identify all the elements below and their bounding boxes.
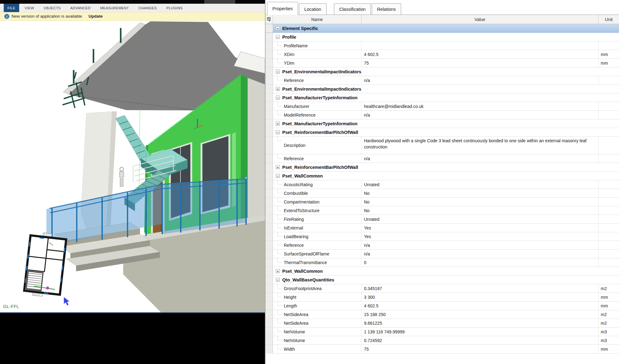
property-value-cell[interactable]: 75 — [361, 345, 599, 353]
row-selector[interactable] — [266, 154, 273, 163]
row-selector[interactable] — [266, 102, 273, 110]
property-row[interactable]: NetSideArea15 188 250m2 — [266, 310, 619, 319]
property-row[interactable]: DescriptionHardwood plywood with a singl… — [266, 137, 619, 154]
collapse-icon[interactable]: − — [276, 96, 280, 100]
row-selector[interactable] — [266, 59, 273, 67]
row-selector[interactable] — [266, 276, 273, 284]
3d-viewport[interactable]: GL-FFL — [0, 21, 265, 312]
group-row[interactable]: +Pset_EnvironmentalImpactIndicators — [266, 85, 619, 93]
property-row[interactable]: Referencen/a — [266, 76, 619, 85]
property-row[interactable]: SurfaceSpreadOfFlamen/a — [266, 250, 619, 258]
property-row[interactable]: XDim4 602.5mm — [266, 50, 619, 59]
row-selector[interactable] — [266, 50, 273, 58]
expand-icon[interactable]: + — [276, 269, 280, 273]
property-value-cell[interactable]: Yes — [361, 232, 599, 241]
property-value-cell[interactable]: No — [361, 198, 599, 206]
expand-icon[interactable]: + — [276, 26, 280, 30]
property-value-cell[interactable]: 0.724592 — [361, 336, 599, 345]
property-row[interactable]: Referencen/a — [266, 154, 619, 163]
concrete-base[interactable] — [123, 221, 265, 312]
row-selector[interactable] — [266, 336, 273, 345]
row-selector[interactable] — [266, 250, 273, 258]
row-selector[interactable] — [266, 215, 273, 223]
property-row[interactable]: ModelReferencen/a — [266, 111, 619, 119]
tab-relations[interactable]: Relations — [372, 3, 401, 15]
row-selector[interactable] — [266, 128, 273, 136]
property-row[interactable]: LoadBearingYes — [266, 232, 619, 241]
property-row[interactable]: CompartmentationNo — [266, 198, 619, 206]
row-selector[interactable] — [266, 111, 273, 119]
row-selector[interactable] — [266, 319, 273, 327]
property-row[interactable]: Length4 602.5mm — [266, 302, 619, 310]
property-row[interactable]: ThermalTransmittance0 — [266, 258, 619, 267]
collapse-icon[interactable]: − — [276, 35, 280, 39]
group-row[interactable]: −Pset_ReinforcementBarPitchOfWall — [266, 128, 619, 137]
row-selector[interactable] — [266, 85, 273, 93]
property-row[interactable]: NetVolume1 139 118 749.99999m3 — [266, 328, 619, 336]
property-value-cell[interactable]: n/a — [361, 241, 599, 249]
group-row[interactable]: +Element Specific — [266, 24, 619, 33]
property-value-cell[interactable]: 75 — [361, 59, 599, 67]
row-selector[interactable] — [266, 76, 273, 84]
group-row[interactable]: −Pset_ManufacturerTypeInformation — [266, 93, 619, 102]
menu-item-measurement[interactable]: MEASUREMENT — [100, 4, 130, 12]
row-selector[interactable] — [266, 67, 273, 76]
row-selector[interactable] — [266, 119, 273, 128]
property-row[interactable]: Height3 300mm — [266, 293, 619, 302]
row-selector[interactable] — [266, 206, 273, 215]
collapse-icon[interactable]: − — [276, 278, 280, 282]
property-value-cell[interactable]: No — [361, 206, 599, 215]
group-row[interactable]: +Pset_ManufacturerTypeInformation — [266, 119, 619, 128]
row-selector[interactable] — [266, 224, 273, 232]
property-value-cell[interactable]: n/a — [361, 250, 599, 258]
property-value-cell[interactable]: n/a — [361, 111, 599, 119]
property-value-cell[interactable]: Unrated — [361, 180, 599, 189]
property-value-cell[interactable]: n/a — [361, 76, 599, 84]
menu-item-plugins[interactable]: PLUGINS — [166, 4, 183, 12]
property-row[interactable]: Referencen/a — [266, 241, 619, 250]
row-selector[interactable] — [266, 163, 273, 171]
row-selector[interactable] — [266, 41, 273, 50]
property-value-cell[interactable]: healthcare@midlandlead.co.uk — [361, 102, 599, 110]
property-value-cell[interactable]: 4 602.5 — [361, 302, 599, 310]
property-value-cell[interactable]: 9.661225 — [361, 319, 599, 327]
property-row[interactable]: YDim75mm — [266, 59, 619, 67]
group-row[interactable]: −Qto_WallBaseQuantities — [266, 276, 619, 284]
property-row[interactable]: AcousticRatingUnrated — [266, 180, 619, 189]
tab-location[interactable]: Location — [299, 3, 327, 15]
property-row[interactable]: GrossFootprintArea0.345187m2 — [266, 284, 619, 293]
update-button[interactable]: Update — [89, 14, 103, 19]
row-selector[interactable] — [266, 24, 273, 32]
column-header-value[interactable]: Value — [361, 15, 599, 24]
group-row[interactable]: −Pset_EnvironmentalImpactIndicators — [266, 67, 619, 76]
row-selector[interactable] — [266, 137, 273, 154]
property-value-cell[interactable]: 0.345187 — [361, 284, 599, 293]
property-value-cell[interactable]: Unrated — [361, 215, 599, 223]
column-header-name[interactable]: Name — [273, 15, 361, 24]
row-selector[interactable] — [266, 241, 273, 249]
collapse-icon[interactable]: − — [276, 174, 280, 178]
property-value-cell[interactable]: n/a — [361, 154, 599, 163]
property-value-cell[interactable]: 3 300 — [361, 293, 599, 301]
row-selector[interactable] — [266, 293, 273, 301]
menu-item-view[interactable]: VIEW — [24, 4, 35, 12]
row-selector[interactable] — [266, 284, 273, 293]
property-row[interactable]: CombustibleNo — [266, 189, 619, 198]
property-row[interactable]: NetSideArea9.661225m2 — [266, 319, 619, 328]
floor-plan-minimap[interactable] — [24, 231, 67, 298]
menu-item-objects[interactable]: OBJECTS — [43, 4, 61, 12]
property-row[interactable]: Manufacturerhealthcare@midlandlead.co.uk — [266, 102, 619, 111]
column-options-button[interactable] — [266, 15, 273, 24]
row-selector[interactable] — [266, 328, 273, 336]
row-selector[interactable] — [266, 232, 273, 241]
row-selector[interactable] — [266, 198, 273, 206]
expand-icon[interactable]: + — [276, 87, 280, 91]
row-selector[interactable] — [266, 189, 273, 197]
row-selector[interactable] — [266, 180, 273, 189]
collapse-icon[interactable]: − — [276, 130, 280, 134]
property-value-cell[interactable]: No — [361, 189, 599, 197]
property-value-cell[interactable]: 15 188 250 — [361, 310, 599, 319]
collapse-icon[interactable]: − — [276, 70, 280, 74]
right-side-wall[interactable] — [247, 78, 265, 230]
group-row[interactable]: +Pset_ReinforcementBarPitchOfWall — [266, 163, 619, 172]
